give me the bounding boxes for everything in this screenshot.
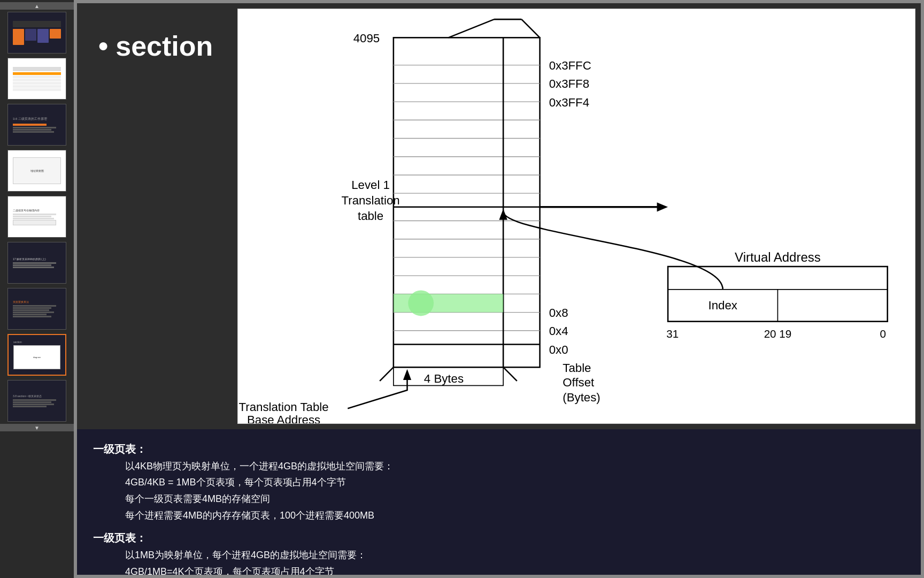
section1-item4: 每个进程需要4MB的内存存储页表，100个进程需要400MB bbox=[93, 507, 905, 524]
svg-text:(Bytes): (Bytes) bbox=[563, 391, 600, 404]
svg-text:Table: Table bbox=[563, 361, 591, 375]
slide-thumb-4[interactable]: 地址映射图 bbox=[7, 150, 66, 192]
scroll-down-button[interactable]: ▼ bbox=[0, 424, 74, 431]
slide-thumb-1[interactable] bbox=[7, 12, 66, 54]
svg-text:4 Bytes: 4 Bytes bbox=[424, 372, 464, 385]
section1-item2: 4GB/4KB = 1MB个页表项，每个页表项占用4个字节 bbox=[93, 474, 905, 491]
section1: 一级页表： 以4KB物理页为映射单位，一个进程4GB的虚拟地址空间需要： 4GB… bbox=[93, 440, 905, 523]
svg-text:Base Address: Base Address bbox=[247, 413, 320, 423]
svg-text:0x3FF8: 0x3FF8 bbox=[549, 77, 589, 90]
slide-thumb-8[interactable]: section diagram bbox=[7, 334, 66, 376]
bullet-label: section bbox=[116, 30, 213, 62]
svg-text:0x4: 0x4 bbox=[549, 324, 568, 338]
svg-marker-43 bbox=[657, 202, 668, 211]
slide-area: • section bbox=[77, 3, 921, 575]
bullet-point: • section bbox=[98, 30, 213, 62]
section2-title: 一级页表： bbox=[93, 532, 147, 544]
section2-item1: 以1MB为映射单位，每个进程4GB的虚拟地址空间需要： bbox=[93, 547, 905, 564]
svg-text:Level 1: Level 1 bbox=[351, 178, 390, 192]
svg-rect-0 bbox=[394, 37, 540, 367]
slide-panel: ▲ 3.6 二级页表 bbox=[0, 0, 74, 578]
svg-line-36 bbox=[503, 367, 517, 381]
slide-thumb-3[interactable]: 3.6 二级页表的工作原理 bbox=[7, 104, 66, 146]
svg-text:20 19: 20 19 bbox=[764, 328, 791, 340]
svg-text:Index: Index bbox=[709, 299, 737, 312]
section2: 一级页表： 以1MB为映射单位，每个进程4GB的虚拟地址空间需要： 4GB/1M… bbox=[93, 529, 905, 575]
svg-text:Virtual Address: Virtual Address bbox=[735, 250, 821, 264]
svg-text:0x0: 0x0 bbox=[549, 343, 568, 356]
svg-point-33 bbox=[408, 291, 434, 316]
slide-9-label: 3.8 section一级页表状态 bbox=[13, 394, 61, 398]
section1-item1: 以4KB物理页为映射单位，一个进程4GB的虚拟地址空间需要： bbox=[93, 458, 905, 475]
section2-item2: 4GB/1MB=4K个页表项，每个页表项占用4个字节 bbox=[93, 564, 905, 575]
translation-table-diagram: 4095 0x3FFC 0x3FF8 0x3FF4 0x8 0x4 0x0 Le… bbox=[238, 9, 915, 423]
svg-line-3 bbox=[521, 19, 540, 37]
svg-text:0x3FFC: 0x3FFC bbox=[549, 59, 591, 72]
slide-thumb-6[interactable]: 17 解析页表种种的原因 (上) bbox=[7, 242, 66, 284]
slide-thumb-5[interactable]: 二虚拟页号在物理内存 bbox=[7, 196, 66, 238]
section1-title: 一级页表： bbox=[93, 443, 147, 455]
bullet-dot: • bbox=[98, 32, 108, 60]
svg-text:Offset: Offset bbox=[563, 376, 595, 389]
svg-line-35 bbox=[380, 367, 394, 381]
svg-text:0x3FF4: 0x3FF4 bbox=[549, 96, 589, 109]
slide-top: • section bbox=[77, 3, 921, 429]
svg-text:4095: 4095 bbox=[353, 32, 380, 45]
svg-text:0x8: 0x8 bbox=[549, 306, 568, 320]
slide-thumb-7[interactable]: 页面置换算法 bbox=[7, 288, 66, 330]
slide-6-label: 17 解析页表种种的原因 (上) bbox=[13, 257, 61, 261]
slide-thumb-9[interactable]: 3.8 section一级页表状态 bbox=[7, 380, 66, 422]
svg-text:Translation Table: Translation Table bbox=[238, 400, 328, 414]
slide-bottom: 一级页表： 以4KB物理页为映射单位，一个进程4GB的虚拟地址空间需要： 4GB… bbox=[77, 429, 921, 575]
svg-line-1 bbox=[448, 19, 494, 37]
svg-text:Translation: Translation bbox=[341, 194, 399, 207]
bullet-section: • section bbox=[77, 3, 237, 429]
section1-item3: 每个一级页表需要4MB的存储空间 bbox=[93, 491, 905, 507]
svg-text:31: 31 bbox=[666, 328, 679, 340]
svg-text:table: table bbox=[358, 209, 383, 223]
svg-text:0: 0 bbox=[880, 328, 886, 340]
scroll-up-button[interactable]: ▲ bbox=[0, 2, 74, 10]
slide-thumb-2[interactable] bbox=[7, 58, 66, 100]
diagram-box: 4095 0x3FFC 0x3FF8 0x3FF4 0x8 0x4 0x0 Le… bbox=[237, 9, 915, 424]
slide-3-label: 3.6 二级页表的工作原理 bbox=[13, 117, 61, 121]
main-content: • section bbox=[74, 0, 924, 578]
